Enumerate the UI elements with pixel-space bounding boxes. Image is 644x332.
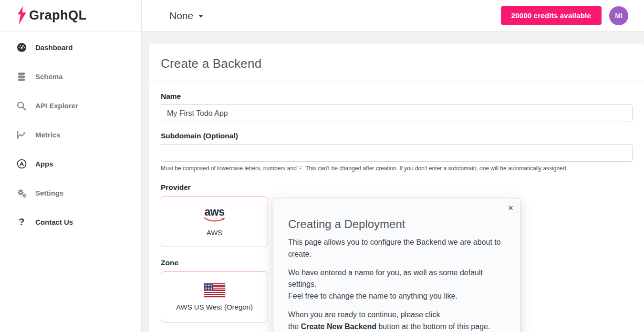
sidebar-item-label: Schema (35, 73, 63, 81)
backend-selector-dropdown[interactable]: None (169, 10, 203, 21)
sidebar-item-api-explorer[interactable]: API Explorer (0, 91, 141, 120)
brand-logo[interactable]: GraphQL (0, 0, 141, 31)
brand-name: GraphQL (29, 8, 87, 23)
avatar[interactable]: MI (609, 6, 628, 25)
backend-selector-value: None (169, 10, 193, 21)
provider-label: Provider (161, 183, 633, 192)
sidebar-item-label: API Explorer (35, 102, 78, 110)
provider-option-label: AWS (207, 228, 223, 237)
sidebar-item-settings[interactable]: Settings (0, 178, 141, 208)
line-chart-icon (16, 129, 27, 141)
creating-deployment-modal: × Creating a Deployment This page allows… (273, 198, 520, 332)
modal-paragraph-1: This page allows you to configure the Ba… (288, 237, 506, 260)
sidebar-item-label: Apps (35, 160, 53, 168)
sidebar-item-label: Contact Us (35, 218, 73, 226)
subdomain-field-group: Subdomain (Optional) Must be composed of… (161, 132, 633, 172)
database-icon (16, 71, 27, 83)
sidebar-nav: Dashboard Schema (0, 31, 141, 237)
modal-title: Creating a Deployment (288, 218, 506, 231)
subdomain-label: Subdomain (Optional) (161, 132, 633, 140)
close-icon[interactable]: × (508, 203, 513, 212)
sidebar-item-label: Metrics (35, 131, 61, 139)
page-title: Create a Backend (161, 56, 633, 71)
sidebar-item-label: Dashboard (35, 43, 73, 52)
search-icon (16, 100, 27, 112)
sidebar-item-dashboard[interactable]: Dashboard (0, 33, 141, 62)
zone-option-us-west[interactable]: AWS US West (Oregon) (161, 271, 268, 322)
name-input[interactable] (161, 104, 633, 122)
sidebar-item-label: Settings (35, 189, 63, 197)
us-flag-icon (204, 283, 225, 297)
aws-logo-icon: aws (204, 207, 226, 223)
gears-icon (16, 187, 27, 199)
subdomain-help-text: Must be composed of lowercase letters, n… (161, 165, 633, 172)
dashboard-gauge-icon (16, 42, 27, 53)
sidebar-item-schema[interactable]: Schema (0, 62, 141, 91)
top-header: None 20000 credits available MI (142, 0, 644, 31)
zone-option-label: AWS US West (Oregon) (176, 303, 253, 311)
credits-button[interactable]: 20000 credits available (501, 6, 602, 25)
header-right: 20000 credits available MI (501, 6, 628, 25)
create-new-backend-emphasis: Create New Backend (301, 322, 376, 331)
lightning-bolt-icon (17, 6, 27, 25)
chevron-down-icon (198, 15, 203, 18)
sidebar-item-contact-us[interactable]: ? Contact Us (0, 208, 141, 237)
modal-paragraph-2: We have entered a name for you, as well … (288, 267, 506, 302)
card-header: Create a Backend (149, 44, 644, 82)
sidebar-item-apps[interactable]: Apps (0, 149, 141, 178)
modal-paragraph-3: When you are ready to continue, please c… (288, 309, 506, 332)
name-field-group: Name (161, 92, 633, 122)
question-mark-icon: ? (16, 217, 27, 228)
provider-option-aws[interactable]: aws AWS (161, 196, 268, 247)
subdomain-input[interactable] (161, 144, 633, 162)
app-root: GraphQL Dashboard (0, 0, 644, 332)
sidebar: GraphQL Dashboard (0, 0, 142, 332)
sidebar-item-metrics[interactable]: Metrics (0, 120, 141, 149)
name-label: Name (161, 92, 633, 101)
app-store-icon (16, 158, 27, 170)
